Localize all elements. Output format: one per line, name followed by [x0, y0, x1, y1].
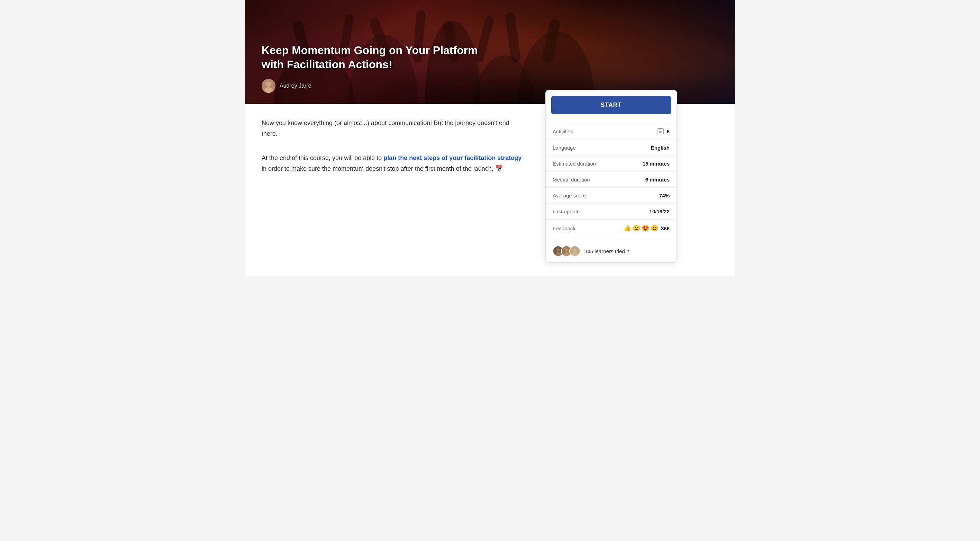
page-wrapper: Keep Momentum Going on Your Platform wit…: [245, 0, 735, 276]
highlight-link[interactable]: plan the next steps of your facilitation…: [383, 155, 522, 161]
stat-value-estimated-duration: 15 minutes: [643, 161, 670, 167]
content-paragraph-2: At the end of this course, you will be a…: [262, 153, 525, 174]
stat-label-estimated-duration: Estimated duration: [553, 161, 596, 167]
author-row: Audrey Jarre: [262, 79, 490, 93]
main-layout: Now you know everything (or almost...) a…: [245, 104, 735, 276]
stat-row-language: Language English: [546, 140, 676, 155]
stat-row-median-duration: Median duration 6 minutes: [546, 171, 676, 187]
stat-value-average-score: 74%: [659, 193, 670, 198]
start-button[interactable]: START: [551, 96, 671, 114]
stat-label-activities: Activities: [553, 129, 573, 134]
heart-eyes-emoji: 😍: [641, 225, 649, 232]
stat-label-language: Language: [553, 145, 576, 151]
svg-point-25: [564, 252, 569, 256]
happy-emoji: 😊: [651, 225, 658, 232]
stat-value-last-update: 10/18/22: [649, 209, 670, 214]
svg-point-21: [557, 248, 560, 251]
stat-label-last-update: Last update: [553, 209, 580, 214]
avatar: [262, 79, 275, 93]
stat-value-feedback: 👍 😮 😍 😊 366: [624, 225, 670, 232]
stat-row-activities: Activities 6: [546, 123, 676, 140]
svg-point-28: [572, 252, 578, 256]
surprised-emoji: 😮: [633, 225, 640, 232]
stat-row-last-update: Last update 10/18/22: [546, 203, 676, 219]
svg-rect-11: [504, 12, 521, 63]
stat-label-feedback: Feedback: [553, 225, 576, 231]
stats-table: Activities 6: [546, 120, 676, 240]
stat-value-activities: 6: [657, 128, 670, 135]
hero-banner: Keep Momentum Going on Your Platform wit…: [245, 0, 735, 104]
stat-row-feedback: Feedback 👍 😮 😍 😊 366: [546, 219, 676, 237]
stat-label-median-duration: Median duration: [553, 177, 590, 182]
activities-icon: [657, 128, 664, 135]
thumbs-up-emoji: 👍: [624, 225, 631, 232]
stat-value-language: English: [651, 145, 670, 151]
content-area: Now you know everything (or almost...) a…: [262, 118, 531, 174]
stat-value-median-duration: 6 minutes: [645, 177, 670, 182]
svg-point-14: [266, 82, 271, 86]
stat-label-average-score: Average score: [553, 193, 586, 198]
svg-point-27: [573, 248, 576, 251]
learners-row: 345 learners tried it: [546, 240, 676, 262]
svg-point-24: [565, 248, 568, 251]
learner-avatars: [553, 246, 580, 257]
feedback-emojis: 👍 😮 😍 😊: [624, 225, 658, 232]
svg-point-22: [555, 252, 561, 256]
author-name: Audrey Jarre: [280, 83, 312, 89]
content-paragraph-1: Now you know everything (or almost...) a…: [262, 118, 525, 139]
learners-count-text: 345 learners tried it: [584, 248, 629, 254]
hero-content: Keep Momentum Going on Your Platform wit…: [262, 43, 490, 93]
sidebar-card: START Activities: [546, 90, 677, 263]
hero-title: Keep Momentum Going on Your Platform wit…: [262, 43, 490, 72]
learner-avatar-3: [569, 246, 580, 257]
stat-row-average-score: Average score 74%: [546, 187, 676, 203]
stat-row-estimated-duration: Estimated duration 15 minutes: [546, 155, 676, 171]
